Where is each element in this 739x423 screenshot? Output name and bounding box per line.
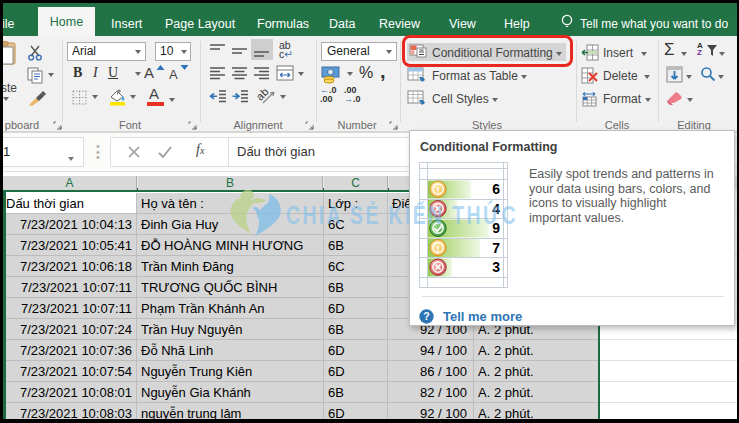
svg-text:6: 6 <box>492 181 500 197</box>
svg-text:7: 7 <box>492 240 500 256</box>
svg-text:!: ! <box>436 243 439 254</box>
svg-text:?: ? <box>423 310 429 322</box>
svg-text:!: ! <box>436 184 439 195</box>
svg-text:3: 3 <box>492 259 500 275</box>
